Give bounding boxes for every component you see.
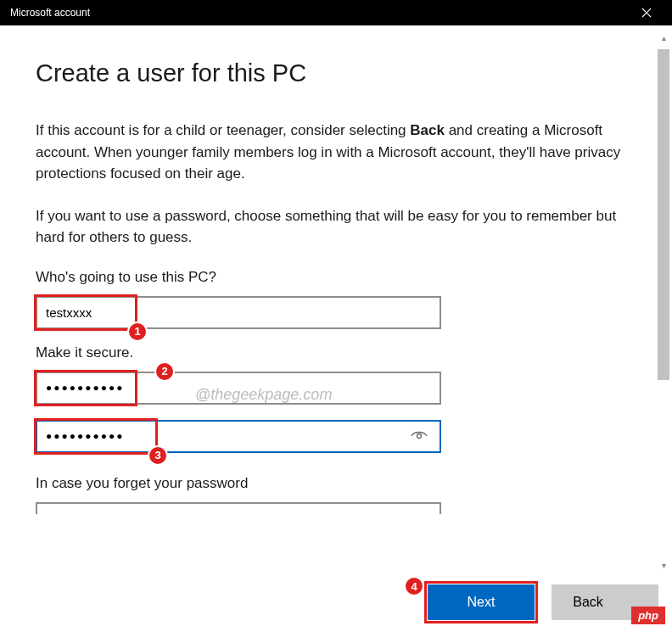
password-section-label: Make it secure. (36, 344, 641, 361)
para1-pre: If this account is for a child or teenag… (36, 122, 410, 138)
window-title: Microsoft account (8, 7, 90, 19)
footer-button-bar: 4 Next Back (0, 579, 672, 626)
intro-paragraph-1: If this account is for a child or teenag… (36, 120, 641, 185)
next-button[interactable]: Next (428, 584, 535, 620)
intro-paragraph-2: If you want to use a password, choose so… (36, 205, 641, 249)
confirm-password-field-wrap: 3 (36, 420, 641, 453)
password-input[interactable] (36, 372, 441, 405)
scrollbar-down-arrow-icon[interactable]: ▾ (656, 557, 671, 573)
annotation-badge-1: 1 (127, 322, 148, 342)
password-field-wrap: 2 (36, 372, 641, 405)
annotation-badge-3: 3 (148, 445, 168, 466)
php-watermark-badge: php (631, 607, 665, 624)
para1-bold-back: Back (410, 122, 445, 138)
vertical-scrollbar[interactable]: ▴ ▾ (656, 25, 672, 577)
back-button-label: Back (573, 595, 603, 610)
svg-point-2 (417, 434, 422, 439)
scrollbar-up-arrow-icon[interactable]: ▴ (656, 30, 671, 45)
main-content: Create a user for this PC If this accoun… (0, 25, 656, 577)
confirm-password-input[interactable] (36, 420, 441, 453)
page-title: Create a user for this PC (36, 59, 641, 87)
username-input[interactable] (36, 296, 441, 329)
reveal-password-icon[interactable] (411, 430, 428, 442)
username-field-wrap: 1 (36, 296, 641, 329)
scrollbar-thumb[interactable] (658, 49, 669, 380)
username-section-label: Who's going to use this PC? (36, 269, 641, 286)
annotation-badge-2: 2 (154, 361, 175, 382)
annotation-badge-4: 4 (404, 576, 424, 596)
close-button[interactable] (630, 0, 664, 25)
security-question-field-cut[interactable] (36, 502, 441, 514)
title-bar: Microsoft account (0, 0, 672, 25)
close-icon (641, 8, 652, 18)
forgot-section-label: In case you forget your password (36, 475, 641, 492)
